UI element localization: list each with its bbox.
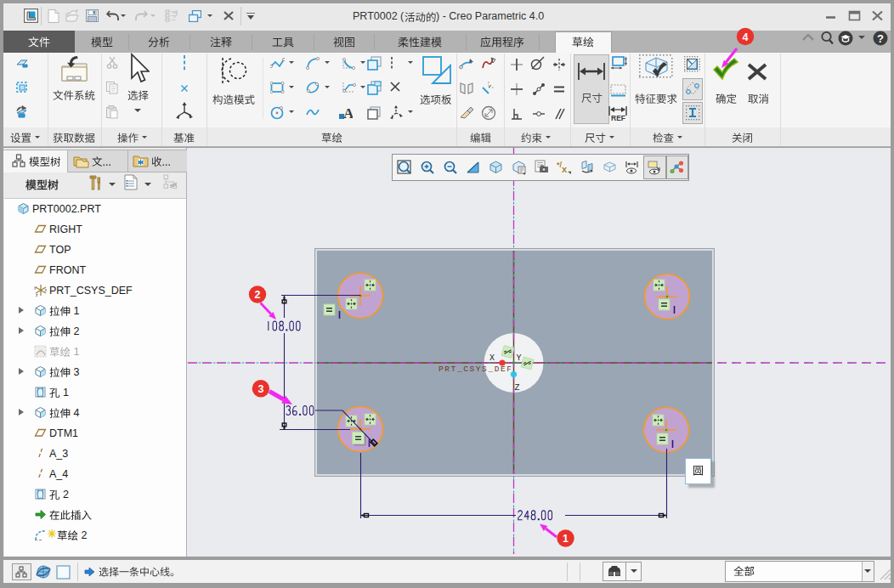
svg-text:2: 2 — [255, 289, 261, 301]
svg-text:PRT_CSYS_DEF: PRT_CSYS_DEF — [439, 365, 512, 374]
svg-text:4: 4 — [743, 31, 749, 43]
svg-text:z: z — [36, 292, 38, 297]
svg-text:X: X — [489, 353, 495, 363]
svg-text:1: 1 — [563, 533, 569, 545]
svg-text:?: ? — [877, 32, 884, 45]
svg-text:Y: Y — [517, 353, 522, 363]
svg-text:REF: REF — [611, 114, 625, 122]
svg-text:x: x — [45, 287, 48, 292]
svg-text:x: x — [562, 164, 568, 174]
svg-text:3: 3 — [257, 383, 263, 395]
svg-text:A: A — [343, 105, 353, 120]
svg-text:Z: Z — [515, 383, 520, 393]
